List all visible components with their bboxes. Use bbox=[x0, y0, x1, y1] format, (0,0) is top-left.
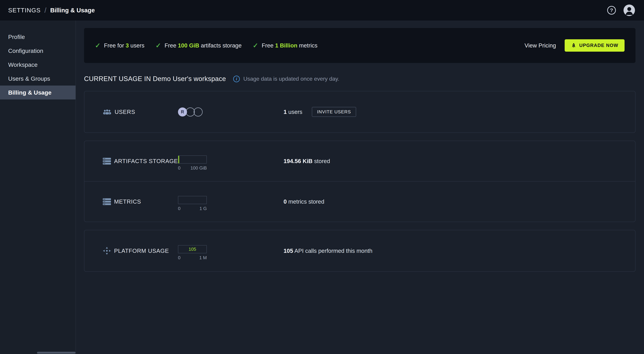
help-button[interactable]: ? bbox=[607, 6, 616, 15]
sidebar-item-profile[interactable]: Profile bbox=[0, 30, 76, 44]
artifacts-storage-row: ARTIFACTS STORAGE 0 100 GiB 194.56 Ki bbox=[84, 141, 635, 181]
platform-value: 105 bbox=[284, 248, 293, 254]
plan-perk-users: ✓ Free for 3 users bbox=[95, 42, 144, 49]
artifacts-meter-labels: 0 100 GiB bbox=[178, 165, 207, 171]
meter-max-label: 1 G bbox=[200, 206, 207, 211]
user-avatar-button[interactable] bbox=[624, 5, 635, 16]
metrics-card-title: METRICS bbox=[114, 198, 141, 205]
topbar: SETTINGS / Billing & Usage ? bbox=[0, 0, 644, 21]
artifacts-label: stored bbox=[312, 158, 330, 164]
view-pricing-link[interactable]: View Pricing bbox=[524, 42, 556, 49]
check-icon: ✓ bbox=[253, 42, 258, 49]
metrics-usage-bar bbox=[178, 196, 207, 204]
users-count: 1 users INVITE USERS bbox=[284, 107, 635, 117]
info-icon: i bbox=[233, 76, 240, 82]
meter-min-label: 0 bbox=[178, 206, 180, 211]
perk-highlight: 1 Billion bbox=[275, 42, 297, 49]
sidebar-item-workspace[interactable]: Workspace bbox=[0, 58, 76, 72]
perk-post: artifacts storage bbox=[199, 42, 242, 49]
users-row: USERS R 1 users INVITE USERS bbox=[84, 91, 635, 132]
platform-meter-labels: 0 1 M bbox=[178, 255, 207, 260]
plan-perk-metrics: ✓ Free 1 Billion metrics bbox=[253, 42, 318, 49]
breadcrumb-separator: / bbox=[44, 7, 46, 14]
sidebar-item-users-groups[interactable]: Users & Groups bbox=[0, 72, 76, 86]
platform-meter: 105 0 1 M bbox=[178, 245, 207, 260]
breadcrumb-settings[interactable]: SETTINGS bbox=[8, 7, 41, 14]
metrics-meter: 0 1 G bbox=[178, 196, 207, 211]
plan-perk-storage: ✓ Free 100 GiB artifacts storage bbox=[156, 42, 242, 49]
app-shell: Profile Configuration Workspace Users & … bbox=[0, 21, 644, 354]
artifacts-usage-bar bbox=[178, 155, 207, 164]
artifacts-meter: 0 100 GiB bbox=[178, 155, 207, 171]
avatar-group: R bbox=[178, 107, 203, 116]
meter-min-label: 0 bbox=[178, 255, 180, 260]
artifacts-info-text: 194.56 KiB stored bbox=[284, 158, 330, 164]
metrics-meter-col: 0 1 G bbox=[178, 192, 284, 211]
scrollbar-thumb[interactable] bbox=[37, 352, 76, 354]
artifacts-row-head: ARTIFACTS STORAGE bbox=[103, 158, 178, 165]
perk-post: metrics bbox=[298, 42, 318, 49]
artifacts-card-title: ARTIFACTS STORAGE bbox=[114, 158, 178, 164]
artifacts-meter-col: 0 100 GiB bbox=[178, 152, 284, 171]
storage-icon bbox=[103, 158, 111, 165]
current-usage-title: CURRENT USAGE IN Demo User's workspace bbox=[84, 75, 226, 83]
check-icon: ✓ bbox=[156, 42, 161, 49]
metrics-row: METRICS 0 1 G 0 metrics stored bbox=[84, 182, 635, 222]
platform-row-head: PLATFORM USAGE bbox=[103, 247, 178, 255]
platform-info-text: 105 API calls performed this month bbox=[284, 248, 372, 254]
storage-metrics-card: ARTIFACTS STORAGE 0 100 GiB 194.56 Ki bbox=[84, 141, 636, 222]
perk-post: users bbox=[129, 42, 144, 49]
platform-bar-value: 105 bbox=[188, 247, 196, 252]
invite-users-button[interactable]: INVITE USERS bbox=[312, 107, 356, 117]
artifacts-usage-fill bbox=[178, 156, 179, 163]
users-count-text: 1 users bbox=[284, 109, 302, 115]
metrics-row-head: METRICS bbox=[103, 198, 178, 205]
perk-pre: Free bbox=[164, 42, 178, 49]
perk-text: Free 1 Billion metrics bbox=[262, 42, 318, 49]
metrics-meter-labels: 0 1 G bbox=[178, 206, 207, 211]
metrics-info: 0 metrics stored bbox=[284, 198, 635, 205]
help-icon: ? bbox=[610, 7, 613, 13]
section-header: CURRENT USAGE IN Demo User's workspace i… bbox=[84, 75, 636, 83]
perk-text: Free 100 GiB artifacts storage bbox=[164, 42, 242, 49]
perk-pre: Free for bbox=[104, 42, 126, 49]
platform-usage-bar: 105 bbox=[178, 245, 207, 253]
artifacts-info: 194.56 KiB stored bbox=[284, 158, 635, 164]
meter-max-label: 100 GiB bbox=[190, 165, 207, 171]
users-card-title: USERS bbox=[114, 109, 135, 115]
sidebar-item-billing-usage[interactable]: Billing & Usage bbox=[0, 86, 76, 99]
users-row-head: USERS bbox=[103, 109, 178, 115]
users-count-label: users bbox=[287, 109, 302, 115]
platform-meter-col: 105 0 1 M bbox=[178, 241, 284, 260]
check-icon: ✓ bbox=[95, 42, 100, 49]
metrics-label: metrics stored bbox=[287, 198, 324, 205]
users-seats: R bbox=[178, 107, 284, 116]
main-content: ✓ Free for 3 users ✓ Free 100 GiB artifa… bbox=[76, 21, 644, 354]
rocket-icon bbox=[571, 43, 576, 48]
platform-usage-card: PLATFORM USAGE 105 0 1 M 105 API calls bbox=[84, 230, 636, 272]
upgrade-now-label: UPGRADE NOW bbox=[579, 43, 618, 48]
artifacts-value: 194.56 KiB bbox=[284, 158, 312, 164]
users-card: USERS R 1 users INVITE USERS bbox=[84, 91, 636, 133]
empty-avatar-slot bbox=[186, 107, 195, 116]
plan-banner: ✓ Free for 3 users ✓ Free 100 GiB artifa… bbox=[84, 28, 636, 63]
upgrade-now-button[interactable]: UPGRADE NOW bbox=[565, 39, 624, 52]
perk-pre: Free bbox=[262, 42, 275, 49]
metrics-value: 0 bbox=[284, 198, 287, 205]
platform-label: API calls performed this month bbox=[293, 248, 372, 254]
empty-avatar-slot bbox=[194, 107, 203, 116]
topbar-actions: ? bbox=[607, 5, 635, 16]
perk-highlight: 3 bbox=[126, 42, 129, 49]
platform-info: 105 API calls performed this month bbox=[284, 248, 635, 254]
sidebar-item-configuration[interactable]: Configuration bbox=[0, 44, 76, 58]
platform-card-title: PLATFORM USAGE bbox=[114, 248, 169, 254]
user-avatar-icon bbox=[624, 5, 635, 16]
users-count-value: 1 bbox=[284, 109, 287, 115]
platform-row: PLATFORM USAGE 105 0 1 M 105 API calls bbox=[84, 230, 635, 271]
user-avatar: R bbox=[178, 107, 187, 116]
meter-min-label: 0 bbox=[178, 165, 180, 171]
users-icon bbox=[103, 109, 112, 115]
breadcrumb: SETTINGS / Billing & Usage bbox=[8, 7, 95, 14]
perk-text: Free for 3 users bbox=[104, 42, 144, 49]
meter-max-label: 1 M bbox=[199, 255, 207, 260]
